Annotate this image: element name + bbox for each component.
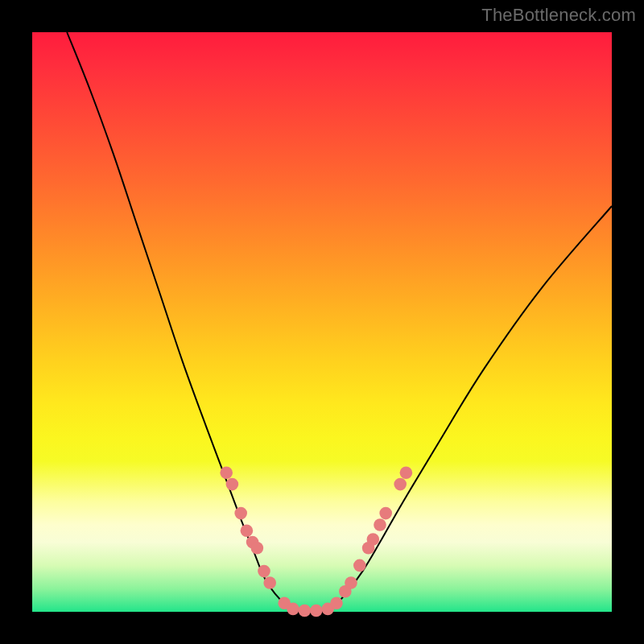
sample-dot bbox=[220, 466, 233, 479]
sample-dot bbox=[241, 524, 254, 537]
sample-dot bbox=[258, 565, 270, 578]
curve-svg bbox=[32, 32, 612, 612]
plot-area bbox=[32, 32, 612, 612]
sample-dot bbox=[379, 507, 392, 520]
sample-dots-group bbox=[220, 466, 412, 617]
chart-frame: TheBottleneck.com bbox=[0, 0, 644, 644]
sample-dot bbox=[400, 466, 413, 479]
sample-dot bbox=[226, 478, 239, 491]
sample-dot bbox=[234, 507, 247, 520]
sample-dot bbox=[374, 518, 386, 531]
sample-dot bbox=[310, 605, 323, 617]
sample-dot bbox=[353, 559, 366, 572]
bottleneck-curve bbox=[67, 32, 612, 613]
sample-dot bbox=[367, 533, 380, 546]
sample-dot bbox=[394, 478, 407, 491]
sample-dot bbox=[287, 603, 299, 616]
sample-dot bbox=[263, 576, 276, 589]
sample-dot bbox=[330, 597, 343, 609]
sample-dot bbox=[299, 605, 312, 617]
sample-dot bbox=[345, 576, 357, 589]
sample-dot bbox=[251, 542, 264, 555]
watermark-text: TheBottleneck.com bbox=[481, 5, 636, 26]
